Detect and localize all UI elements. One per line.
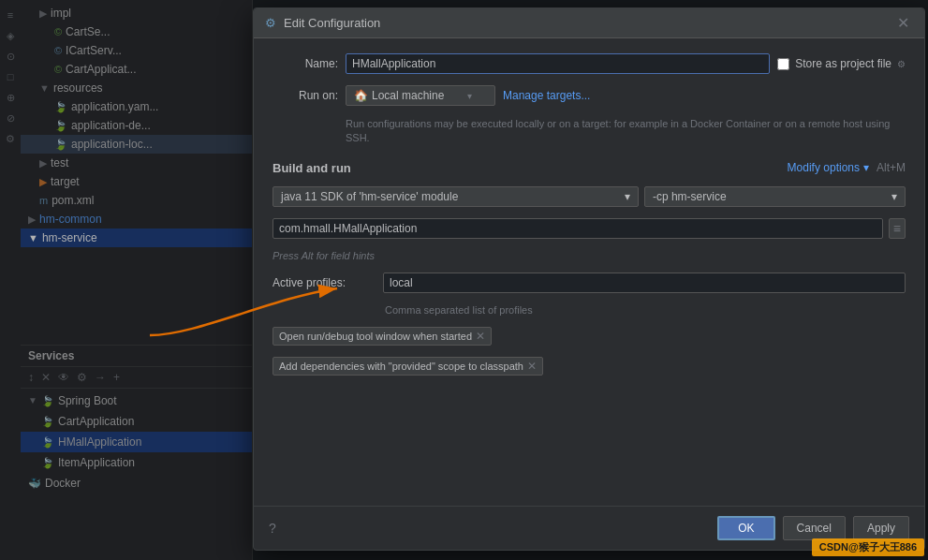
active-profiles-input[interactable] [383,273,906,293]
chips-row-2: Add dependencies with "provided" scope t… [273,357,906,376]
chip-remove-button[interactable]: ✕ [476,330,485,343]
sdk-row: java 11 SDK of 'hm-service' module ▾ -cp… [273,186,906,207]
modify-options-button[interactable]: Modify options ▾ Alt+M [788,161,906,174]
store-checkbox[interactable] [777,58,789,70]
chip-open-tool-window: Open run/debug tool window when started … [273,327,492,346]
build-run-title: Build and run [273,161,351,175]
dialog-title: Edit Configuration [284,16,886,30]
store-gear-icon[interactable]: ⚙ [897,59,906,69]
dialog-title-icon: ⚙ [265,16,276,30]
build-run-section-header: Build and run Modify options ▾ Alt+M [273,161,906,175]
chips-row: Open run/debug tool window when started … [273,327,906,346]
cp-dropdown[interactable]: -cp hm-service ▾ [644,186,906,207]
modify-options-label: Modify options [788,161,860,174]
dialog-titlebar: ⚙ Edit Configuration ✕ [254,8,924,38]
chip-add-dependencies: Add dependencies with "provided" scope t… [273,357,543,376]
name-input[interactable] [346,53,770,74]
chip-label: Add dependencies with "provided" scope t… [279,361,523,372]
store-label: Store as project file [795,57,891,70]
chevron-down-icon: ▾ [891,190,897,203]
run-on-dropdown[interactable]: 🏠 Local machine ▾ [346,85,495,106]
chip-label: Open run/debug tool window when started [279,331,472,342]
apply-button[interactable]: Apply [853,516,909,540]
home-icon: 🏠 [354,89,368,102]
run-on-row: Run on: 🏠 Local machine ▾ Manage targets… [273,85,906,106]
name-label: Name: [273,57,338,70]
run-on-label: Run on: [273,89,338,102]
ok-button[interactable]: OK [717,516,774,540]
active-profiles-label: Active profiles: [273,276,376,289]
sdk-dropdown[interactable]: java 11 SDK of 'hm-service' module ▾ [273,186,639,207]
cancel-button[interactable]: Cancel [783,516,846,540]
store-checkbox-row: Store as project file ⚙ [777,57,906,70]
modify-options-shortcut: Alt+M [876,161,906,174]
cp-label: -cp hm-service [653,190,727,203]
help-button[interactable]: ? [269,521,276,536]
dialog-body: Name: Store as project file ⚙ Run on: 🏠 … [254,38,924,506]
main-class-row: ≡ [273,218,906,239]
edit-configuration-dialog: ⚙ Edit Configuration ✕ Name: Store as pr… [253,7,925,551]
comma-hint: Comma separated list of profiles [385,304,906,316]
watermark: CSDN@猴子大王886 [812,538,924,556]
chevron-down-icon: ▾ [467,91,472,101]
chevron-down-icon: ▾ [625,190,630,203]
sdk-label: java 11 SDK of 'hm-service' module [281,190,458,203]
chevron-down-icon: ▾ [863,161,869,174]
name-row: Name: Store as project file ⚙ [273,53,906,74]
dialog-close-button[interactable]: ✕ [893,14,913,32]
expand-button[interactable]: ≡ [889,218,906,239]
footer-right: OK Cancel Apply [717,516,909,540]
run-on-value: Local machine [372,89,444,102]
chip-remove-button[interactable]: ✕ [527,360,537,373]
description-text: Run configurations may be executed local… [346,117,906,146]
active-profiles-row: Active profiles: [273,273,906,293]
hints-text: Press Alt for field hints [273,250,906,261]
dialog-main-content: Name: Store as project file ⚙ Run on: 🏠 … [254,38,924,506]
manage-targets-link[interactable]: Manage targets... [503,89,590,102]
footer-left: ? [269,521,276,536]
main-class-input[interactable] [273,218,883,239]
